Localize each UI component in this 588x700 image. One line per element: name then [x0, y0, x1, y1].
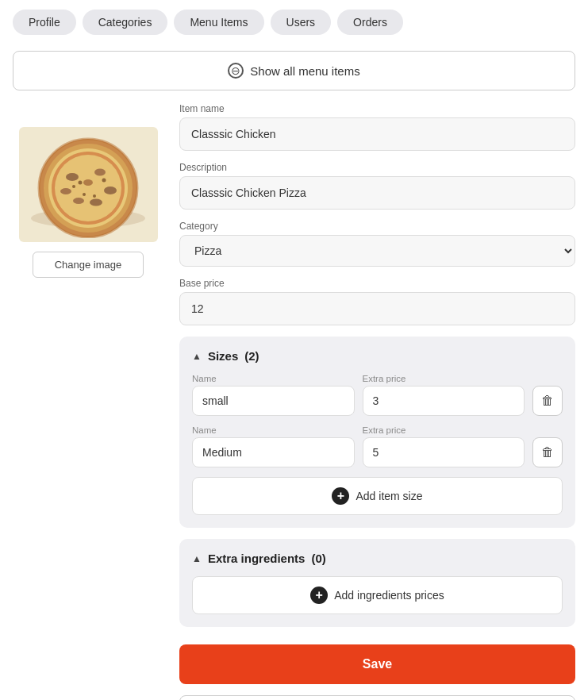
category-label: Category — [179, 221, 575, 232]
trash-icon-2: 🗑 — [541, 445, 554, 460]
svg-point-10 — [90, 199, 102, 206]
base-price-label: Base price — [179, 278, 575, 289]
delete-menu-item-button[interactable]: Delete this menu item — [179, 695, 575, 700]
size-name-col-1: Name — [192, 374, 355, 416]
base-price-input[interactable] — [179, 292, 575, 325]
ingredients-title: Extra ingredients — [208, 552, 306, 565]
delete-size-1-button[interactable]: 🗑 — [532, 386, 563, 416]
show-all-label: Show all menu items — [250, 64, 359, 78]
change-image-button[interactable]: Change image — [33, 252, 144, 278]
ingredients-header[interactable]: ▲ Extra ingredients (0) — [192, 552, 563, 565]
fields-section: Item name Description Category Pizza Bur… — [179, 103, 575, 700]
size-price-col-2: Extra price — [363, 425, 525, 467]
image-section: Change image — [13, 103, 163, 700]
base-price-group: Base price — [179, 278, 575, 325]
plus-circle-ingredients-icon: + — [310, 587, 328, 604]
size-price-input-1[interactable] — [363, 386, 525, 416]
sizes-section: ▲ Sizes (2) Name Extra price 🗑 — [179, 337, 575, 528]
svg-point-7 — [94, 169, 106, 176]
tab-categories[interactable]: Categories — [83, 10, 168, 35]
svg-point-13 — [79, 181, 83, 185]
show-all-menu-items-button[interactable]: ⊖ Show all menu items — [13, 51, 575, 90]
item-name-group: Item name — [179, 103, 575, 151]
sizes-header[interactable]: ▲ Sizes (2) — [192, 349, 563, 363]
svg-point-9 — [73, 198, 84, 204]
circle-minus-icon: ⊖ — [228, 63, 244, 79]
svg-point-8 — [104, 187, 117, 194]
item-name-input[interactable] — [179, 117, 575, 151]
size-name-label-1: Name — [192, 374, 355, 383]
size-price-label-2: Extra price — [363, 425, 525, 435]
pizza-svg — [25, 131, 152, 238]
size-name-label-2: Name — [192, 425, 355, 435]
category-select[interactable]: Pizza Burger Pasta Salad Dessert — [179, 235, 575, 267]
size-name-input-2[interactable] — [192, 437, 355, 467]
tab-orders[interactable]: Orders — [337, 10, 403, 35]
add-item-size-button[interactable]: + Add item size — [192, 477, 563, 515]
tab-menu-items[interactable]: Menu Items — [174, 10, 263, 35]
sizes-count: (2) — [244, 349, 259, 363]
item-name-label: Item name — [179, 103, 575, 114]
sizes-title: Sizes — [208, 349, 238, 363]
size-name-col-2: Name — [192, 425, 355, 467]
item-image — [19, 127, 158, 242]
svg-point-12 — [83, 179, 93, 186]
svg-point-14 — [93, 194, 96, 198]
svg-point-6 — [66, 173, 79, 181]
trash-icon-1: 🗑 — [541, 394, 554, 408]
add-ingredients-label: Add ingredients prices — [334, 589, 444, 602]
save-button[interactable]: Save — [179, 644, 575, 684]
tab-profile[interactable]: Profile — [13, 10, 76, 35]
size-row-1: Name Extra price 🗑 — [192, 374, 563, 416]
category-group: Category Pizza Burger Pasta Salad Desser… — [179, 221, 575, 267]
size-name-input-1[interactable] — [192, 386, 355, 416]
svg-point-17 — [72, 185, 75, 188]
ingredients-count: (0) — [311, 552, 325, 565]
ingredients-section: ▲ Extra ingredients (0) + Add ingredient… — [179, 539, 575, 627]
plus-circle-icon: + — [332, 487, 349, 505]
add-ingredients-button[interactable]: + Add ingredients prices — [192, 576, 563, 614]
size-price-col-1: Extra price — [363, 374, 525, 416]
size-row-2: Name Extra price 🗑 — [192, 425, 563, 467]
tab-users[interactable]: Users — [271, 10, 332, 35]
svg-point-15 — [102, 179, 106, 183]
svg-point-11 — [60, 188, 71, 194]
nav-tabs: Profile Categories Menu Items Users Orde… — [0, 0, 588, 44]
svg-point-16 — [83, 193, 86, 196]
description-label: Description — [179, 162, 575, 173]
add-size-label: Add item size — [355, 490, 422, 502]
form-area: Change image Item name Description Categ… — [0, 103, 588, 700]
chevron-up-icon: ▲ — [192, 351, 202, 362]
description-input[interactable] — [179, 176, 575, 210]
size-price-label-1: Extra price — [363, 374, 525, 383]
delete-size-2-button[interactable]: 🗑 — [532, 437, 563, 467]
description-group: Description — [179, 162, 575, 210]
chevron-up-icon-ingredients: ▲ — [192, 553, 202, 564]
size-price-input-2[interactable] — [363, 437, 525, 467]
